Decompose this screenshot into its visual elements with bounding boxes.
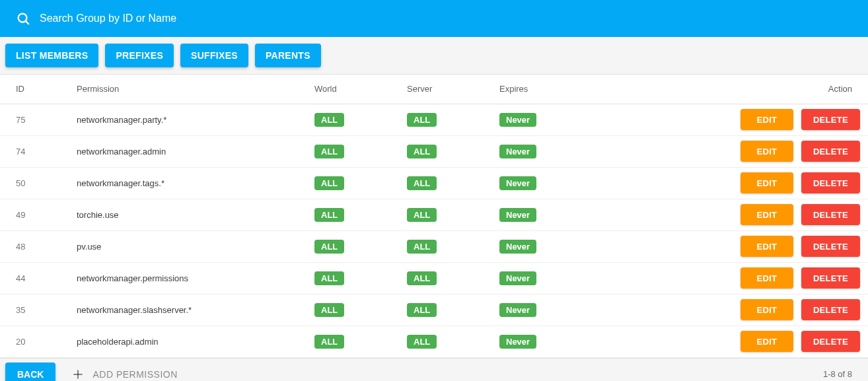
cell-expires: Never <box>489 104 621 135</box>
cell-permission: pv.use <box>66 230 304 262</box>
delete-button[interactable]: DELETE <box>801 141 860 162</box>
edit-button[interactable]: EDIT <box>741 141 793 162</box>
cell-server: ALL <box>396 326 489 357</box>
cell-server: ALL <box>396 262 489 294</box>
server-chip: ALL <box>407 271 437 285</box>
cell-server: ALL <box>396 294 489 326</box>
table-row: 48pv.useALLALLNeverEDITDELETE <box>0 230 868 262</box>
expires-chip: Never <box>499 303 536 317</box>
cell-id: 49 <box>0 199 66 230</box>
cell-permission: networkmanager.party.* <box>66 104 304 135</box>
delete-button[interactable]: DELETE <box>801 267 860 289</box>
pagination-info: 1-8 of 8 <box>823 369 852 379</box>
cell-server: ALL <box>396 199 489 230</box>
cell-permission: torchie.use <box>66 199 304 230</box>
cell-permission: networkmanager.tags.* <box>66 167 304 199</box>
delete-button[interactable]: DELETE <box>801 236 860 257</box>
column-header-id: ID <box>0 75 66 104</box>
tab-suffixes[interactable]: SUFFIXES <box>180 44 248 67</box>
cell-world: ALL <box>304 294 396 326</box>
delete-button[interactable]: DELETE <box>801 331 860 352</box>
cell-expires: Never <box>489 135 621 167</box>
column-header-expires: Expires <box>489 75 621 104</box>
world-chip: ALL <box>314 303 344 317</box>
svg-line-1 <box>26 21 28 24</box>
cell-world: ALL <box>304 230 396 262</box>
column-header-action: Action <box>621 75 868 104</box>
add-permission-label: ADD PERMISSION <box>92 369 177 380</box>
edit-button[interactable]: EDIT <box>741 331 793 352</box>
cell-server: ALL <box>396 104 489 135</box>
cell-actions: EDITDELETE <box>621 262 868 294</box>
table-row: 74networkmanager.adminALLALLNeverEDITDEL… <box>0 135 868 167</box>
delete-button[interactable]: DELETE <box>801 172 860 193</box>
cell-actions: EDITDELETE <box>621 326 868 357</box>
cell-permission: networkmanager.permissions <box>66 262 304 294</box>
footer-bar: BACK ADD PERMISSION 1-8 of 8 <box>0 358 868 382</box>
cell-actions: EDITDELETE <box>621 167 868 199</box>
table-row: 35networkmanager.slashserver.*ALLALLNeve… <box>0 294 868 326</box>
cell-id: 44 <box>0 262 66 294</box>
back-button[interactable]: BACK <box>5 363 55 382</box>
server-chip: ALL <box>407 303 437 317</box>
world-chip: ALL <box>314 145 344 158</box>
cell-expires: Never <box>489 230 621 262</box>
search-bar <box>0 0 868 37</box>
column-header-server: Server <box>396 75 489 104</box>
cell-actions: EDITDELETE <box>621 104 868 135</box>
cell-permission: networkmanager.admin <box>66 135 304 167</box>
table-row: 50networkmanager.tags.*ALLALLNeverEDITDE… <box>0 167 868 199</box>
cell-id: 50 <box>0 167 66 199</box>
cell-server: ALL <box>396 230 489 262</box>
tab-parents[interactable]: PARENTS <box>255 44 321 67</box>
delete-button[interactable]: DELETE <box>801 109 860 130</box>
tab-list-members[interactable]: LIST MEMBERS <box>5 44 98 67</box>
cell-id: 75 <box>0 104 66 135</box>
cell-id: 35 <box>0 294 66 326</box>
table-row: 49torchie.useALLALLNeverEDITDELETE <box>0 199 868 230</box>
world-chip: ALL <box>314 240 344 254</box>
tab-prefixes[interactable]: PREFIXES <box>105 44 174 67</box>
world-chip: ALL <box>314 335 344 349</box>
tab-bar: LIST MEMBERS PREFIXES SUFFIXES PARENTS <box>0 37 868 75</box>
delete-button[interactable]: DELETE <box>801 204 860 225</box>
cell-expires: Never <box>489 326 621 357</box>
search-icon <box>16 11 30 26</box>
table-header-row: ID Permission World Server Expires Actio… <box>0 75 868 104</box>
cell-world: ALL <box>304 326 396 357</box>
delete-button[interactable]: DELETE <box>801 299 860 320</box>
server-chip: ALL <box>407 145 437 158</box>
server-chip: ALL <box>407 113 437 127</box>
cell-actions: EDITDELETE <box>621 294 868 326</box>
edit-button[interactable]: EDIT <box>741 236 793 257</box>
cell-actions: EDITDELETE <box>621 199 868 230</box>
cell-expires: Never <box>489 262 621 294</box>
permissions-table: ID Permission World Server Expires Actio… <box>0 75 868 358</box>
cell-server: ALL <box>396 167 489 199</box>
expires-chip: Never <box>499 271 536 285</box>
edit-button[interactable]: EDIT <box>741 172 793 193</box>
edit-button[interactable]: EDIT <box>741 267 793 289</box>
world-chip: ALL <box>314 271 344 285</box>
edit-button[interactable]: EDIT <box>741 109 793 130</box>
cell-world: ALL <box>304 262 396 294</box>
plus-icon <box>71 368 85 381</box>
edit-button[interactable]: EDIT <box>741 299 793 320</box>
cell-permission: placeholderapi.admin <box>66 326 304 357</box>
cell-actions: EDITDELETE <box>621 135 868 167</box>
edit-button[interactable]: EDIT <box>741 204 793 225</box>
expires-chip: Never <box>499 145 536 158</box>
cell-id: 48 <box>0 230 66 262</box>
cell-actions: EDITDELETE <box>621 230 868 262</box>
table-row: 44networkmanager.permissionsALLALLNeverE… <box>0 262 868 294</box>
world-chip: ALL <box>314 113 344 127</box>
search-input[interactable] <box>40 13 852 24</box>
column-header-permission: Permission <box>66 75 304 104</box>
cell-world: ALL <box>304 135 396 167</box>
cell-permission: networkmanager.slashserver.* <box>66 294 304 326</box>
cell-server: ALL <box>396 135 489 167</box>
cell-expires: Never <box>489 167 621 199</box>
cell-expires: Never <box>489 294 621 326</box>
add-permission-button[interactable]: ADD PERMISSION <box>71 368 177 381</box>
column-header-world: World <box>304 75 396 104</box>
